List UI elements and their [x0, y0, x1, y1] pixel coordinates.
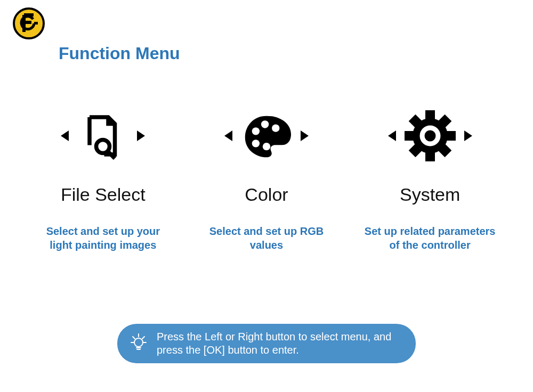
right-arrow-icon — [137, 130, 145, 141]
menu-item-title: System — [400, 184, 460, 205]
svg-point-4 — [252, 127, 260, 135]
menu-item-system[interactable]: System Set up related parameters of the … — [350, 107, 510, 252]
svg-point-8 — [263, 143, 270, 150]
svg-line-27 — [142, 337, 144, 339]
menu-item-desc: Select and set up your light painting im… — [34, 224, 172, 252]
menu-item-file-select[interactable]: File Select Select and set up your light… — [23, 107, 183, 252]
svg-point-20 — [134, 338, 143, 347]
svg-point-6 — [272, 124, 279, 132]
menu-item-title: Color — [245, 184, 288, 205]
left-arrow-icon — [388, 130, 396, 141]
hint-text: Press the Left or Right button to select… — [157, 330, 398, 357]
lightbulb-icon — [128, 332, 149, 355]
svg-point-5 — [261, 120, 269, 128]
svg-line-26 — [133, 337, 135, 339]
palette-icon — [240, 109, 293, 162]
icon-row — [224, 107, 309, 165]
right-arrow-icon — [301, 130, 309, 141]
right-arrow-icon — [464, 130, 472, 141]
menu-item-desc: Set up related parameters of the control… — [361, 224, 499, 252]
menu-item-desc: Select and set up RGB values — [197, 224, 336, 252]
file-select-icon — [76, 109, 130, 162]
svg-point-19 — [424, 130, 435, 142]
svg-point-2 — [96, 140, 110, 153]
svg-rect-1 — [34, 22, 38, 24]
hint-pill: Press the Left or Right button to select… — [117, 324, 416, 363]
icon-row — [61, 107, 145, 165]
menu-item-title: File Select — [61, 184, 146, 205]
left-arrow-icon — [61, 130, 69, 141]
menu-item-color[interactable]: Color Select and set up RGB values — [187, 107, 346, 252]
icon-row — [388, 107, 472, 165]
svg-point-7 — [252, 140, 260, 147]
gear-icon — [403, 109, 457, 162]
logo — [13, 7, 45, 39]
menu-row: File Select Select and set up your light… — [0, 107, 533, 252]
page-title: Function Menu — [59, 44, 180, 63]
left-arrow-icon — [224, 130, 232, 141]
